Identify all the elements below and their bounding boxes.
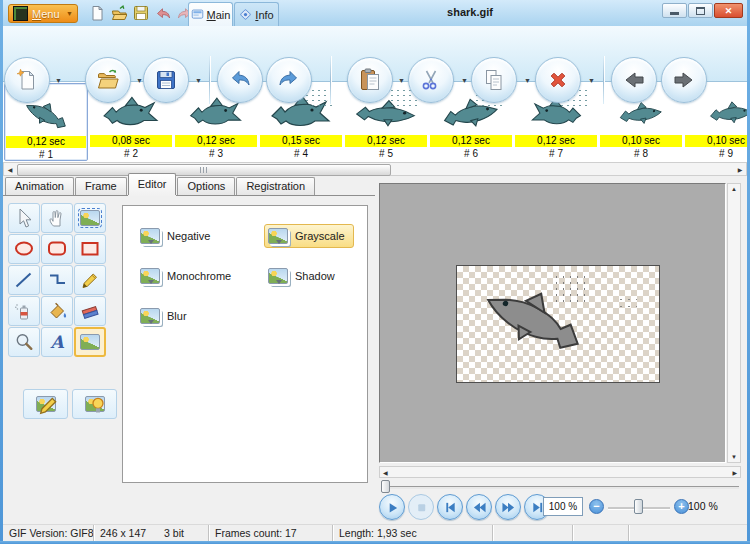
- spray-can-icon: [14, 301, 34, 321]
- effect-negative[interactable]: Negative: [136, 224, 219, 248]
- slider-handle[interactable]: [381, 480, 390, 493]
- tool-line[interactable]: [8, 265, 40, 295]
- paste-clipboard-icon: [358, 68, 382, 92]
- fast-forward-button[interactable]: [495, 494, 521, 520]
- filmstrip-scrollbar[interactable]: ◀ ▶: [3, 162, 747, 176]
- frame-duration: 0,08 sec: [90, 135, 172, 147]
- shadow-effect-icon: [268, 268, 288, 284]
- tool-rectangle[interactable]: [74, 234, 106, 264]
- tab-frame[interactable]: Frame: [75, 177, 127, 195]
- frame-number: # 8: [599, 147, 683, 160]
- maximize-button[interactable]: [688, 3, 713, 18]
- play-button[interactable]: [379, 494, 405, 520]
- copy-button[interactable]: [471, 57, 517, 103]
- scroll-right-icon[interactable]: ▶: [732, 469, 737, 476]
- paste-button[interactable]: [347, 57, 393, 103]
- rounded-rectangle-icon: [47, 239, 67, 259]
- zoom-slider-handle[interactable]: [634, 499, 643, 514]
- open-file-icon[interactable]: [111, 5, 127, 21]
- zoom-in-button[interactable]: +: [674, 499, 689, 514]
- tool-pointer[interactable]: [8, 203, 40, 233]
- cut-dropdown[interactable]: ▼: [459, 68, 470, 92]
- preview-viewer: [379, 183, 726, 463]
- effects-list: Negative Grayscale Monochrome Shadow Blu…: [122, 205, 368, 483]
- zoom-slider[interactable]: [608, 494, 670, 520]
- effect-monochrome[interactable]: Monochrome: [136, 264, 240, 288]
- zoom-out-button[interactable]: −: [589, 499, 604, 514]
- scroll-left-icon[interactable]: ◀: [4, 166, 16, 173]
- tool-edit-image[interactable]: [23, 389, 68, 419]
- effect-blur[interactable]: Blur: [136, 304, 196, 328]
- app-window: Menu ▼ Main: [0, 0, 750, 544]
- scroll-right-icon[interactable]: ▶: [734, 166, 746, 173]
- minimize-button[interactable]: [662, 3, 687, 18]
- tool-ellipse[interactable]: [8, 234, 40, 264]
- paste-dropdown[interactable]: ▼: [396, 68, 407, 92]
- copy-dropdown[interactable]: ▼: [522, 68, 533, 92]
- main-tab-icon: [191, 8, 204, 21]
- tab-options[interactable]: Options: [177, 177, 235, 195]
- zoom-value-field[interactable]: 100 %: [543, 497, 583, 516]
- tool-rounded-rectangle[interactable]: [41, 234, 73, 264]
- delete-button[interactable]: [535, 57, 581, 103]
- select-region-icon: [80, 210, 100, 226]
- status-empty-cell: [629, 525, 747, 541]
- grayscale-effect-icon: [268, 228, 288, 244]
- save-dropdown[interactable]: ▼: [193, 68, 204, 92]
- previous-frame-button[interactable]: [611, 57, 657, 103]
- undo-icon[interactable]: [155, 5, 171, 21]
- effect-grayscale[interactable]: Grayscale: [264, 224, 354, 248]
- tab-registration[interactable]: Registration: [236, 177, 315, 195]
- app-logo-icon: [13, 6, 28, 21]
- effect-label: Blur: [167, 310, 187, 322]
- slider-track[interactable]: [381, 486, 739, 489]
- close-button[interactable]: ✕: [714, 3, 743, 18]
- new-animation-button[interactable]: [4, 57, 50, 103]
- tool-select-region[interactable]: [74, 203, 106, 233]
- tool-effects[interactable]: [74, 327, 106, 357]
- status-dimensions: 246 x 147: [100, 527, 146, 539]
- filmstrip-scrollbar-thumb[interactable]: [17, 164, 391, 176]
- toolbar-separator: [603, 56, 604, 104]
- menu-button[interactable]: Menu ▼: [8, 4, 78, 23]
- tool-pencil[interactable]: [74, 265, 106, 295]
- save-icon[interactable]: [133, 5, 149, 21]
- scroll-left-icon[interactable]: ◀: [383, 469, 388, 476]
- tool-zoom[interactable]: [8, 327, 40, 357]
- tab-animation[interactable]: Animation: [5, 177, 74, 195]
- tool-eraser[interactable]: [74, 296, 106, 326]
- first-frame-button[interactable]: [437, 494, 463, 520]
- new-dropdown[interactable]: ▼: [53, 68, 64, 92]
- open-button[interactable]: [85, 57, 131, 103]
- cut-button[interactable]: [408, 57, 454, 103]
- preview-horizontal-scrollbar[interactable]: ◀ ▶: [379, 466, 741, 478]
- tab-info[interactable]: Info: [234, 2, 279, 26]
- tab-main[interactable]: Main: [188, 2, 233, 26]
- save-button[interactable]: [143, 57, 189, 103]
- scroll-up-icon[interactable]: ▲: [731, 186, 737, 192]
- delete-dropdown[interactable]: ▼: [586, 68, 597, 92]
- close-icon: ✕: [725, 6, 733, 16]
- scroll-down-icon[interactable]: ▼: [731, 454, 737, 460]
- frame-duration: 0,15 sec: [260, 135, 342, 147]
- stop-button[interactable]: [408, 494, 434, 520]
- pointer-icon: [14, 208, 34, 228]
- rewind-button[interactable]: [466, 494, 492, 520]
- redo-button[interactable]: [266, 57, 312, 103]
- menu-button-label: Menu: [32, 8, 60, 20]
- main-toolbar: ▼ ▼ ▼: [0, 26, 750, 82]
- next-frame-button[interactable]: [661, 57, 707, 103]
- tool-adjust-image[interactable]: [72, 389, 117, 419]
- undo-button[interactable]: [217, 57, 263, 103]
- tool-pan-hand[interactable]: [41, 203, 73, 233]
- tool-spray[interactable]: [8, 296, 40, 326]
- new-file-icon[interactable]: [89, 5, 105, 21]
- playback-position-slider[interactable]: [379, 480, 741, 493]
- back-arrow-icon: [622, 68, 646, 92]
- tool-fill[interactable]: [41, 296, 73, 326]
- tool-polyline[interactable]: [41, 265, 73, 295]
- preview-vertical-scrollbar[interactable]: ▲ ▼: [727, 183, 741, 463]
- tool-text[interactable]: A: [41, 327, 73, 357]
- tab-editor[interactable]: Editor: [128, 173, 177, 195]
- effect-shadow[interactable]: Shadow: [264, 264, 344, 288]
